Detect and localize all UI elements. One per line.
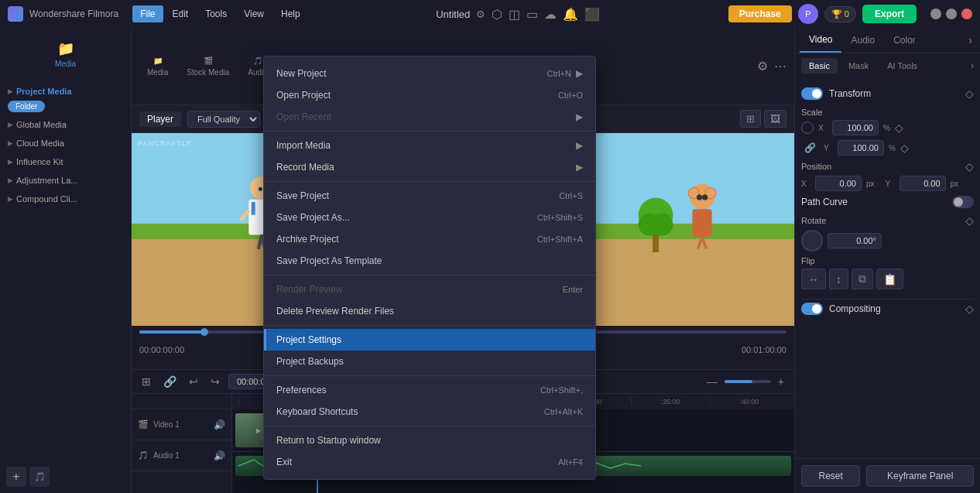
menu-project-backups[interactable]: Project Backups	[264, 351, 595, 372]
menu-view[interactable]: View	[236, 5, 272, 22]
scale-y-input[interactable]	[838, 140, 884, 156]
menu-save-as[interactable]: Save Project As... Ctrl+Shift+S	[264, 207, 595, 228]
zoom-out-button[interactable]: —	[703, 373, 721, 390]
purchase-button[interactable]: Purchase	[728, 5, 792, 22]
flip-v-button[interactable]: ↕	[829, 269, 848, 289]
media-tab-stock[interactable]: 🎬 Stock Media	[179, 50, 237, 83]
cloud-media-header[interactable]: ▶ Cloud Media	[3, 135, 128, 151]
compositing-keyframe-icon[interactable]: ◇	[965, 303, 974, 315]
menu-import-media[interactable]: Import Media ▶	[264, 135, 595, 156]
lock-icon[interactable]: 🔗	[804, 142, 816, 153]
folder-button[interactable]: Folder	[8, 101, 45, 112]
tab-arrow[interactable]: ›	[965, 31, 975, 50]
chevron-icon-5: ▶	[8, 176, 13, 184]
export-button[interactable]: Export	[862, 5, 917, 23]
compound-header[interactable]: ▶ Compound Cli...	[3, 191, 128, 207]
menu-tools[interactable]: Tools	[197, 5, 235, 22]
rotate-keyframe-icon[interactable]: ◇	[965, 214, 974, 227]
path-curve-row: Path Curve	[801, 196, 974, 208]
project-status-icon: ⚙	[476, 9, 485, 20]
svg-rect-2	[252, 202, 255, 215]
menu-help[interactable]: Help	[273, 5, 308, 22]
menu-keyboard-shortcuts[interactable]: Keyboard Shortcuts Ctrl+Alt+K	[264, 401, 595, 423]
filter-button[interactable]: ⚙	[757, 59, 768, 74]
project-media-header[interactable]: ▶ Project Media	[3, 84, 128, 99]
character-3	[677, 183, 728, 252]
position-keyframe-icon[interactable]: ◇	[965, 160, 974, 173]
pos-y-input[interactable]	[899, 176, 946, 191]
menu-project-settings[interactable]: Project Settings	[264, 329, 595, 351]
menu-new-project[interactable]: New Project Ctrl+N ▶	[264, 63, 595, 84]
compositing-toggle[interactable]	[801, 303, 823, 315]
mute-audio-button[interactable]: 🔊	[214, 450, 225, 461]
nav-icon-4[interactable]: ☁	[544, 7, 557, 22]
menu-preferences[interactable]: Preferences Ctrl+Shift+,	[264, 379, 595, 401]
image-view-button[interactable]: 🖼	[764, 110, 786, 128]
zoom-bar[interactable]	[725, 380, 771, 383]
reset-button[interactable]: Reset	[801, 465, 860, 487]
flip-copy-button[interactable]: ⧉	[852, 269, 873, 289]
keyframe-panel-button[interactable]: Keyframe Panel	[866, 465, 974, 487]
transform-toggle[interactable]	[801, 87, 823, 100]
rotate-dial[interactable]	[801, 230, 823, 252]
menu-save-project[interactable]: Save Project Ctrl+S	[264, 185, 595, 207]
add-track-button[interactable]: +	[6, 467, 26, 487]
tab-color[interactable]: Color	[884, 29, 925, 52]
menu-archive[interactable]: Archive Project Ctrl+Shift+A	[264, 228, 595, 250]
menu-delete-render[interactable]: Delete Preview Render Files	[264, 300, 595, 322]
zoom-in-button[interactable]: +	[774, 373, 788, 390]
scale-circle-icon[interactable]	[801, 122, 814, 134]
adjustment-header[interactable]: ▶ Adjustment La...	[3, 173, 128, 188]
pos-x-input[interactable]	[815, 176, 862, 191]
nav-icon-6[interactable]: ⬛	[584, 7, 600, 22]
more-button[interactable]: ⋯	[774, 59, 786, 74]
timeline-undo-button[interactable]: ↩	[185, 373, 202, 390]
add-media-button[interactable]: 🎵	[29, 467, 50, 487]
timeline-redo-button[interactable]: ↪	[207, 373, 224, 390]
path-curve-toggle[interactable]	[952, 196, 974, 208]
position-label-row: Position ◇	[801, 160, 974, 173]
avatar[interactable]: P	[798, 4, 818, 24]
menu-save-as-template[interactable]: Save Project As Template	[264, 250, 595, 272]
timeline-magnet-button[interactable]: 🔗	[159, 373, 180, 390]
flip-h-button[interactable]: ↔	[801, 269, 826, 289]
grid-view-button[interactable]: ⊞	[740, 110, 761, 128]
flip-paste-button[interactable]: 📋	[876, 269, 903, 289]
nav-icon-1[interactable]: ⬡	[492, 7, 502, 22]
influence-kit-header[interactable]: ▶ Influence Kit	[3, 154, 128, 169]
nav-icon-2[interactable]: ◫	[509, 7, 520, 22]
subtab-arrow[interactable]: ›	[971, 60, 974, 71]
quality-select[interactable]: Full Quality	[187, 111, 260, 128]
minimize-button[interactable]	[930, 9, 941, 19]
mute-video-button[interactable]: 🔊	[214, 419, 225, 430]
svg-point-32	[702, 195, 708, 200]
rotate-input[interactable]	[828, 233, 882, 248]
transform-keyframe-icon[interactable]: ◇	[965, 87, 974, 100]
close-button[interactable]	[961, 9, 972, 19]
scale-y-keyframe-icon[interactable]: ◇	[900, 142, 909, 154]
maximize-button[interactable]	[946, 9, 957, 19]
nav-icon-3[interactable]: ▭	[526, 7, 538, 22]
scale-x-input[interactable]	[832, 120, 879, 135]
player-tab[interactable]: Player	[139, 111, 181, 127]
timeline-snap-button[interactable]: ⊞	[138, 373, 155, 390]
menu-exit[interactable]: Exit Alt+F4	[264, 451, 595, 473]
menu-edit[interactable]: Edit	[165, 5, 197, 22]
scale-x-keyframe-icon[interactable]: ◇	[895, 122, 903, 134]
nav-icon-5[interactable]: 🔔	[563, 7, 578, 22]
menu-return-startup[interactable]: Return to Startup window	[264, 430, 595, 451]
menu-record-media[interactable]: Record Media ▶	[264, 156, 595, 178]
subtab-mask[interactable]: Mask	[841, 58, 876, 74]
global-media-header[interactable]: ▶ Global Media	[3, 117, 128, 132]
menu-open-project[interactable]: Open Project Ctrl+O	[264, 84, 595, 106]
media-tab-media[interactable]: 📁 Media	[139, 50, 176, 83]
menu-file[interactable]: File	[132, 5, 163, 22]
tab-audio[interactable]: Audio	[841, 29, 884, 52]
subtab-ai-tools[interactable]: AI Tools	[879, 58, 925, 74]
sidebar-tab-media[interactable]: 📁 Media	[3, 34, 128, 74]
subtab-basic[interactable]: Basic	[801, 58, 838, 74]
scale-label: Scale	[801, 108, 974, 117]
coins-display[interactable]: 🏆 0	[824, 6, 856, 22]
chevron-icon-4: ▶	[8, 158, 13, 166]
tab-video[interactable]: Video	[800, 28, 841, 53]
